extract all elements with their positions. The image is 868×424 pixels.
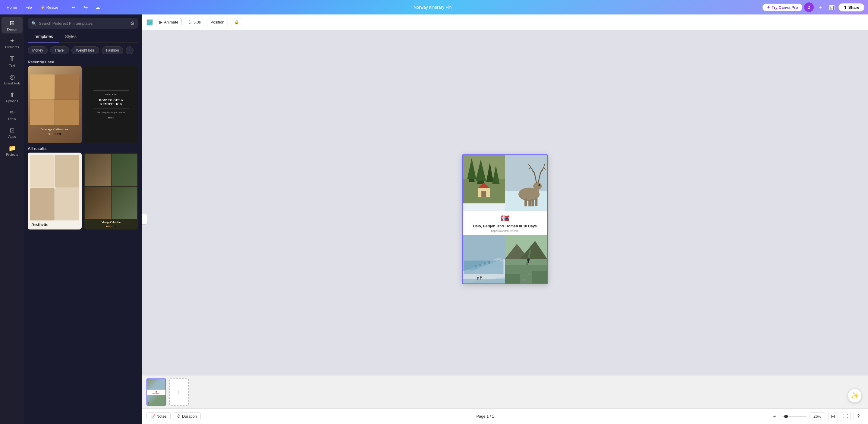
canvas-area: ▶ Animate ⏱ 5.0s Position 🔒 ↻ — [142, 14, 434, 212]
uploads-icon: ⬆ — [10, 91, 15, 98]
elements-icon: ✦ — [10, 37, 15, 44]
sidebar-item-label: Design — [7, 27, 17, 31]
search-wrap: 🔍 ⚙ — [28, 18, 138, 29]
sidebar-item-apps[interactable]: ⊡ Apps — [1, 124, 23, 141]
search-bar: 🔍 ⚙ — [24, 14, 142, 31]
color-swatch[interactable] — [147, 19, 153, 26]
design-icon: ⊞ — [10, 19, 15, 27]
lock-icon: 🔒 — [234, 20, 239, 24]
sidebar-item-label: Elements — [5, 45, 19, 49]
workspace[interactable]: ↻ — [142, 30, 434, 212]
home-button[interactable]: Home — [4, 4, 20, 11]
chip-money[interactable]: Money — [28, 47, 48, 54]
redo-button[interactable]: ↪ — [81, 2, 90, 12]
sidebar-item-draw[interactable]: ✏ Draw — [1, 107, 23, 123]
sidebar-item-label: Draw — [8, 117, 16, 121]
file-button[interactable]: File — [23, 4, 35, 11]
filter-button[interactable]: ⚙ — [130, 21, 134, 26]
template-remote-job[interactable]: आपका सपना HOW TO GET AREMOTE JOB Start l… — [84, 66, 138, 143]
all-results-label: All results — [24, 143, 142, 153]
filter-chips: Money Travel Weight loss Fashion › — [24, 43, 142, 57]
toolbar: ▶ Animate ⏱ 5.0s Position 🔒 — [142, 14, 434, 30]
chip-travel[interactable]: Travel — [50, 47, 69, 54]
tab-styles[interactable]: Styles — [59, 31, 83, 42]
tab-bar: Templates Styles — [28, 31, 138, 43]
sidebar-item-text[interactable]: T Text — [1, 53, 23, 70]
tab-templates[interactable]: Templates — [28, 31, 59, 42]
template-vintage-1[interactable]: Vintage Collection — [28, 66, 82, 143]
sidebar-item-projects[interactable]: 📁 Projects — [1, 142, 23, 159]
search-input[interactable] — [39, 21, 128, 26]
top-bar: Home File ⚡ Resize ↩ ↪ ☁ Norway Itinerar… — [0, 0, 434, 14]
brand-hub-icon: ◎ — [10, 73, 15, 81]
templates-panel: 🔍 ⚙ Templates Styles Money Travel Weight… — [24, 14, 142, 212]
sidebar-item-label: Uploads — [6, 99, 18, 103]
sidebar-item-label: Text — [9, 64, 15, 67]
chip-fashion[interactable]: Fashion — [101, 47, 124, 54]
sidebar-item-label: Projects — [6, 153, 18, 156]
clock-icon: ⏱ — [188, 20, 192, 24]
projects-icon: 📁 — [8, 145, 16, 152]
animate-button[interactable]: ▶ Animate — [156, 18, 182, 26]
sidebar-item-design[interactable]: ⊞ Design — [1, 17, 23, 33]
resize-button[interactable]: ⚡ Resize — [37, 4, 61, 11]
template-vintage-2[interactable]: Vintage Collection — [84, 153, 138, 212]
position-button[interactable]: Position — [207, 18, 227, 26]
sidebar-item-label: Brand Hub — [4, 82, 20, 85]
template-aesthetic[interactable]: Aesthetic — [28, 153, 82, 212]
sidebar-item-label: Apps — [8, 135, 16, 139]
resize-icon: ⚡ — [40, 5, 45, 10]
recently-used-label: Recently used — [24, 57, 142, 66]
all-results-grid: Aesthetic Vintage Collection — [24, 153, 142, 212]
sidebar-item-elements[interactable]: ✦ Elements — [1, 35, 23, 51]
undo-button[interactable]: ↩ — [69, 2, 79, 12]
sidebar-item-uploads[interactable]: ⬆ Uploads — [1, 89, 23, 105]
document-title: Norway Itinerary Pin — [105, 5, 434, 10]
topbar-divider — [65, 4, 65, 11]
text-icon: T — [10, 55, 14, 63]
animate-icon: ▶ — [159, 20, 162, 24]
lock-button[interactable]: 🔒 — [231, 18, 242, 26]
recently-used-grid: Vintage Collection आपका सपना HOW TO GET … — [24, 66, 142, 143]
apps-icon: ⊡ — [10, 127, 15, 134]
chip-weight-loss[interactable]: Weight loss — [71, 47, 99, 54]
sidebar-item-brand-hub[interactable]: ◎ Brand Hub — [1, 71, 23, 87]
chip-more[interactable]: › — [126, 47, 133, 54]
draw-icon: ✏ — [10, 109, 15, 116]
sidebar: ⊞ Design ✦ Elements T Text ◎ Brand Hub ⬆… — [0, 14, 24, 212]
cloud-save-button[interactable]: ☁ — [93, 2, 102, 12]
search-icon: 🔍 — [31, 21, 36, 26]
duration-button[interactable]: ⏱ 5.0s — [185, 18, 204, 26]
